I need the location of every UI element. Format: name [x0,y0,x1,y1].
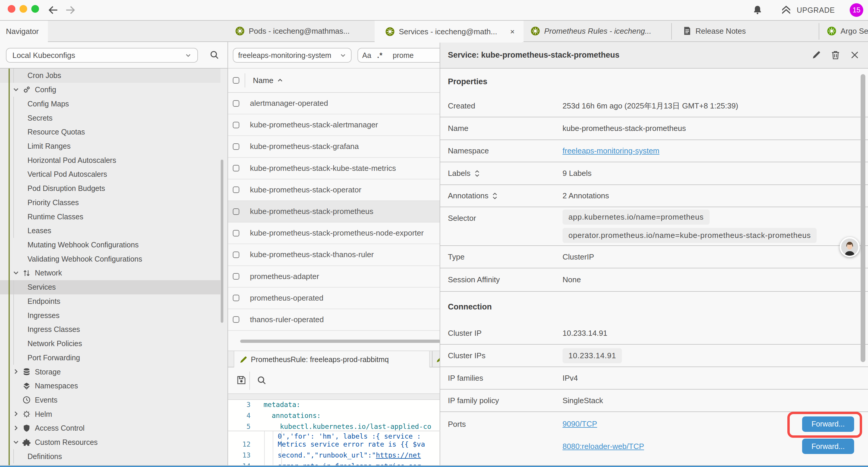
edit-pencil-icon[interactable] [812,51,821,59]
user-avatar[interactable] [840,237,860,257]
sidebar-item-cron-jobs[interactable]: Cron Jobs [0,68,220,83]
zoom-window-button[interactable] [31,5,39,13]
sidebar-item-network-policies[interactable]: Network Policies [0,337,220,351]
tab-services[interactable]: Services - icecheng@math... × [379,21,522,42]
sidebar-item-mutating-webhook-configurations[interactable]: Mutating Webhook Configurations [0,238,220,252]
table-row[interactable]: kube-prometheus-stack-operator [228,179,440,201]
drawer-header: Service: kube-prometheus-stack-prometheu… [440,42,868,68]
property-row-namespace: Namespace freeleaps-monitoring-system [440,140,868,162]
sidebar-item-custom-resources[interactable]: Custom Resources [0,435,220,449]
notifications-bell-icon[interactable] [752,5,763,15]
editor-tab-prometheusrule[interactable]: PrometheusRule: freeleaps-prod-rabbitmq [234,351,430,368]
table-row[interactable]: alertmanager-operated [228,93,440,114]
tab-prometheus-rules[interactable]: Prometheus Rules - icecheng... [524,21,671,41]
sidebar-item-port-forwarding[interactable]: Port Forwarding [0,351,220,365]
tab-pods[interactable]: Pods - icecheng@mathmas... [228,21,375,41]
match-case-toggle[interactable]: Aa [362,51,371,60]
delete-trash-icon[interactable] [831,50,840,60]
chevron-down-icon[interactable] [12,439,20,446]
row-checkbox[interactable] [233,165,239,171]
row-checkbox[interactable] [233,208,239,215]
sidebar-item-secrets[interactable]: Secrets [0,111,220,125]
table-row[interactable]: prometheus-operated [228,288,440,309]
row-checkbox[interactable] [233,143,239,150]
sidebar-item-validating-webhook-configurations[interactable]: Validating Webhook Configurations [0,252,220,266]
minimize-window-button[interactable] [20,5,27,13]
sidebar-item-helm[interactable]: Helm [0,407,220,421]
sidebar-item-config-maps[interactable]: Config Maps [0,97,220,111]
row-checkbox[interactable] [233,100,239,107]
table-row[interactable]: kube-prometheus-stack-grafana [228,136,440,157]
column-header-name[interactable]: Name [253,76,273,85]
port-link-8080[interactable]: 8080:reloader-web/TCP [562,442,644,451]
service-detail-drawer: Service: kube-prometheus-stack-prometheu… [440,42,868,467]
sidebar-scrollbar[interactable] [221,159,223,323]
sidebar-item-storage[interactable]: Storage [0,365,220,379]
sidebar-search-icon[interactable] [210,50,219,60]
namespace-link[interactable]: freeleaps-monitoring-system [562,146,659,155]
close-window-button[interactable] [8,5,16,13]
forward-port-button[interactable]: Forward... [802,439,854,454]
table-row[interactable]: thanos-ruler-operated [228,309,440,331]
upgrade-button[interactable]: UPGRADE [797,6,835,14]
connection-row-cluster-ips: Cluster IPs 10.233.14.91 [440,345,868,367]
editor-search-icon[interactable] [257,376,267,385]
expand-collapse-icon[interactable] [492,193,498,200]
port-link-9090[interactable]: 9090/TCP [562,419,597,429]
back-button[interactable] [47,4,59,16]
save-icon[interactable] [237,376,246,384]
sidebar-item-definitions[interactable]: Definitions [0,449,220,463]
sidebar-item-priority-classes[interactable]: Priority Classes [0,195,220,209]
close-drawer-icon[interactable] [850,51,859,59]
select-all-checkbox[interactable] [233,77,239,84]
sidebar-item-config[interactable]: Config [0,83,220,97]
sidebar-item-pod-disruption-budgets[interactable]: Pod Disruption Budgets [0,181,220,196]
tab-argo[interactable]: Argo Se [819,21,868,41]
table-row[interactable]: kube-prometheus-stack-prometheus-node-ex… [228,223,440,244]
chevron-down-icon[interactable] [12,269,20,277]
sidebar-item-ingresses[interactable]: Ingresses [0,308,220,322]
regex-toggle[interactable]: .* [377,51,383,60]
chevron-right-icon[interactable] [12,425,20,432]
drawer-scrollbar[interactable] [861,74,865,362]
chevron-down-icon[interactable] [12,86,20,94]
sidebar-item-access-control[interactable]: Access Control [0,421,220,435]
tab-release-notes[interactable]: Release Notes [672,21,818,41]
sidebar-item-vertical-pod-autoscalers[interactable]: Vertical Pod Autoscalers [0,167,220,181]
sidebar-item-horizontal-pod-autoscalers[interactable]: Horizontal Pod Autoscalers [0,153,220,167]
yaml-editor[interactable]: 3metadata: 4 annotations: 5 kubectl.kube… [228,400,440,467]
horizontal-scrollbar[interactable] [240,340,440,343]
namespace-select[interactable]: freeleaps-monitoring-system [233,48,351,63]
close-tab-icon[interactable]: × [510,27,515,36]
forward-button[interactable] [64,4,76,16]
sidebar-item-namespaces[interactable]: Namespaces [0,379,220,393]
chevron-right-icon[interactable] [12,368,20,376]
row-checkbox[interactable] [233,186,239,193]
sidebar-item-runtime-classes[interactable]: Runtime Classes [0,209,220,224]
table-row[interactable]: kube-prometheus-stack-alertmanager [228,114,440,136]
sidebar-item-services[interactable]: Services [0,280,220,294]
table-row[interactable]: kube-prometheus-stack-kube-state-metrics [228,158,440,179]
sidebar-item-events[interactable]: Events [0,393,220,407]
table-row[interactable]: kube-prometheus-stack-thanos-ruler [228,244,440,266]
sidebar-item-endpoints[interactable]: Endpoints [0,294,220,309]
row-checkbox[interactable] [233,252,239,258]
table-row[interactable]: kube-prometheus-stack-prometheus [228,201,440,223]
row-checkbox[interactable] [233,230,239,236]
properties-heading: Properties [440,68,868,95]
chevron-right-icon[interactable] [12,410,20,418]
sidebar-item-leases[interactable]: Leases [0,224,220,238]
row-checkbox[interactable] [233,316,239,323]
row-checkbox[interactable] [233,122,239,128]
sidebar-item-limit-ranges[interactable]: Limit Ranges [0,139,220,153]
notification-count-badge[interactable]: 15 [850,3,863,17]
table-row[interactable]: prometheus-adapter [228,266,440,288]
upgrade-icon[interactable] [781,5,792,16]
sidebar-item-resource-quotas[interactable]: Resource Quotas [0,125,220,139]
expand-collapse-icon[interactable] [474,170,480,177]
kubeconfig-select[interactable]: Local Kubeconfigs [6,48,198,63]
sidebar-item-network[interactable]: Network [0,266,220,280]
row-checkbox[interactable] [233,273,239,280]
row-checkbox[interactable] [233,295,239,301]
sidebar-item-ingress-classes[interactable]: Ingress Classes [0,322,220,337]
